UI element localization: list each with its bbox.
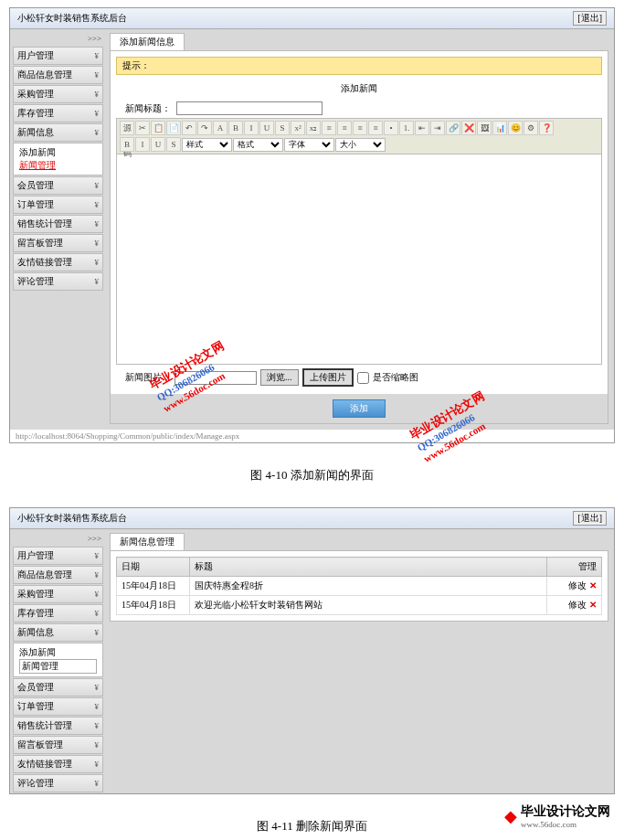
sub-manage-news[interactable]: 新闻管理 bbox=[19, 659, 97, 674]
sidebar-item-purchase[interactable]: 采购管理¥ bbox=[13, 585, 103, 603]
toolbar-button[interactable]: ❓ bbox=[539, 121, 554, 135]
toolbar-button[interactable]: ≡ bbox=[353, 121, 367, 135]
sidebar-item-user[interactable]: 用户管理¥ bbox=[13, 547, 103, 565]
toolbar-button[interactable]: ❌ bbox=[461, 121, 476, 135]
sidebar-item-product[interactable]: 商品信息管理¥ bbox=[13, 566, 103, 584]
sidebar-item-member[interactable]: 会员管理¥ bbox=[13, 176, 103, 195]
sidebar-item-links[interactable]: 友情链接管理¥ bbox=[13, 755, 103, 773]
sidebar-item-comment[interactable]: 评论管理¥ bbox=[13, 272, 103, 291]
submit-button[interactable]: 添加 bbox=[333, 399, 386, 418]
table-row: 15年04月18日 欢迎光临小松轩女时装销售网站 修改✕ bbox=[117, 596, 602, 615]
hint-bar: 提示： bbox=[116, 57, 602, 75]
sidebar-item-member[interactable]: 会员管理¥ bbox=[13, 678, 103, 696]
sidebar-item-news[interactable]: 新闻信息¥ bbox=[13, 123, 103, 142]
toolbar-select[interactable]: 样式 bbox=[182, 138, 232, 152]
toolbar-button[interactable]: x² bbox=[291, 121, 305, 135]
chevron-icon: ¥ bbox=[95, 219, 100, 229]
sidebar-sub-news: 添加新闻 新闻管理 bbox=[13, 143, 103, 175]
editor-body[interactable] bbox=[116, 154, 602, 365]
toolbar-button[interactable]: ⚙ bbox=[524, 121, 538, 135]
edit-link[interactable]: 修改 bbox=[568, 580, 587, 590]
news-table: 日期 标题 管理 15年04月18日 国庆特惠全程8折 修改✕ 15年04月18… bbox=[116, 557, 602, 615]
collapse-toggle[interactable]: >>> bbox=[10, 532, 106, 546]
sidebar-item-purchase[interactable]: 采购管理¥ bbox=[13, 85, 103, 103]
table-row: 15年04月18日 国庆特惠全程8折 修改✕ bbox=[117, 577, 602, 596]
toolbar-button[interactable]: I bbox=[135, 137, 150, 152]
toolbar-button[interactable]: ⇥ bbox=[430, 121, 445, 135]
edit-link[interactable]: 修改 bbox=[568, 600, 587, 610]
toolbar-button[interactable]: ≡ bbox=[368, 121, 383, 135]
toolbar-button[interactable]: 源代码 bbox=[120, 121, 134, 135]
chevron-icon: ¥ bbox=[95, 277, 100, 286]
figure-caption-1: 图 4-10 添加新闻的界面 bbox=[0, 451, 624, 500]
toolbar-button[interactable]: I bbox=[244, 121, 259, 135]
sidebar-item-comment[interactable]: 评论管理¥ bbox=[13, 774, 103, 792]
toolbar-select[interactable]: 大小 bbox=[335, 138, 386, 152]
thumb-checkbox[interactable] bbox=[357, 372, 369, 384]
toolbar-button[interactable]: ✂ bbox=[135, 121, 150, 135]
toolbar-button[interactable]: 🔗 bbox=[446, 121, 460, 135]
delete-icon[interactable]: ✕ bbox=[589, 580, 597, 590]
toolbar-button[interactable]: 😊 bbox=[508, 121, 523, 135]
toolbar-button[interactable]: U bbox=[259, 121, 274, 135]
toolbar-button[interactable]: ≡ bbox=[322, 121, 336, 135]
tab-manage-news[interactable]: 新闻信息管理 bbox=[110, 533, 185, 550]
toolbar-button[interactable]: A bbox=[213, 121, 227, 135]
sidebar-item-product[interactable]: 商品信息管理¥ bbox=[13, 66, 103, 84]
toolbar-select[interactable]: 格式 bbox=[233, 138, 283, 152]
sidebar-item-user[interactable]: 用户管理¥ bbox=[13, 47, 103, 65]
section-title: 添加新闻 bbox=[116, 79, 602, 99]
sidebar: >>> 用户管理¥ 商品信息管理¥ 采购管理¥ 库存管理¥ 新闻信息¥ 添加新闻… bbox=[10, 29, 106, 430]
label-title: 新闻标题： bbox=[116, 102, 171, 115]
logout-button[interactable]: [退出] bbox=[573, 511, 607, 526]
sidebar-item-sales[interactable]: 销售统计管理¥ bbox=[13, 717, 103, 735]
toolbar-button[interactable]: S bbox=[166, 137, 181, 152]
sidebar-item-links[interactable]: 友情链接管理¥ bbox=[13, 253, 103, 271]
sidebar-item-order[interactable]: 订单管理¥ bbox=[13, 697, 103, 716]
toolbar-button[interactable]: ≡ bbox=[337, 121, 352, 135]
tab-add-news[interactable]: 添加新闻信息 bbox=[110, 33, 185, 50]
sidebar-item-sales[interactable]: 销售统计管理¥ bbox=[13, 215, 103, 233]
input-news-title[interactable] bbox=[176, 101, 323, 115]
sidebar-item-stock[interactable]: 库存管理¥ bbox=[13, 104, 103, 122]
sidebar-item-message[interactable]: 留言板管理¥ bbox=[13, 234, 103, 252]
sub-add-news[interactable]: 添加新闻 bbox=[19, 646, 97, 659]
delete-icon[interactable]: ✕ bbox=[589, 600, 597, 610]
toolbar-button[interactable]: ⇤ bbox=[415, 121, 429, 135]
col-date: 日期 bbox=[117, 558, 190, 577]
content-area: 新闻信息管理 日期 标题 管理 15年04月18日 国庆特惠全程8折 修改✕ 1… bbox=[106, 529, 614, 793]
toolbar-button[interactable]: ↶ bbox=[182, 121, 196, 135]
toolbar-button[interactable]: 🖼 bbox=[477, 121, 492, 135]
panel-header: 小松轩女时装销售系统后台 [退出] bbox=[10, 8, 614, 29]
toolbar-button[interactable]: 1. bbox=[399, 121, 414, 135]
sidebar-item-news[interactable]: 新闻信息¥ bbox=[13, 623, 103, 642]
editor-toolbar: 源代码✂📋📄↶↷ABIUSx²x₂≡≡≡≡•1.⇤⇥🔗❌🖼📊😊⚙❓ BIUS样式… bbox=[116, 118, 602, 154]
sub-manage-news[interactable]: 新闻管理 bbox=[19, 159, 97, 172]
sidebar-item-stock[interactable]: 库存管理¥ bbox=[13, 604, 103, 622]
toolbar-button[interactable]: • bbox=[384, 121, 398, 135]
chevron-icon: ¥ bbox=[95, 258, 100, 267]
upload-button[interactable]: 上传图片 bbox=[302, 368, 354, 387]
browse-button[interactable]: 浏览... bbox=[260, 369, 299, 386]
toolbar-button[interactable]: 📊 bbox=[492, 121, 507, 135]
sub-add-news[interactable]: 添加新闻 bbox=[19, 146, 97, 159]
sidebar-item-message[interactable]: 留言板管理¥ bbox=[13, 736, 103, 754]
toolbar-button[interactable]: ↷ bbox=[197, 121, 212, 135]
chevron-icon: ¥ bbox=[95, 109, 100, 118]
status-url: http://localhost:8064/Shopping/Common/pu… bbox=[10, 430, 614, 442]
toolbar-button[interactable]: S bbox=[275, 121, 290, 135]
label-image: 新闻图片： bbox=[116, 371, 171, 384]
file-input[interactable] bbox=[175, 371, 257, 385]
toolbar-button[interactable]: 📋 bbox=[151, 121, 165, 135]
toolbar-button[interactable]: B bbox=[120, 137, 134, 152]
chevron-icon: ¥ bbox=[95, 239, 100, 248]
toolbar-button[interactable]: 📄 bbox=[166, 121, 181, 135]
toolbar-button[interactable]: x₂ bbox=[306, 121, 321, 135]
toolbar-button[interactable]: U bbox=[151, 137, 165, 152]
collapse-toggle[interactable]: >>> bbox=[10, 32, 106, 46]
panel-header: 小松轩女时装销售系统后台 [退出] bbox=[10, 508, 614, 529]
toolbar-select[interactable]: 字体 bbox=[284, 138, 334, 152]
logout-button[interactable]: [退出] bbox=[573, 11, 607, 26]
toolbar-button[interactable]: B bbox=[228, 121, 243, 135]
sidebar-item-order[interactable]: 订单管理¥ bbox=[13, 196, 103, 214]
